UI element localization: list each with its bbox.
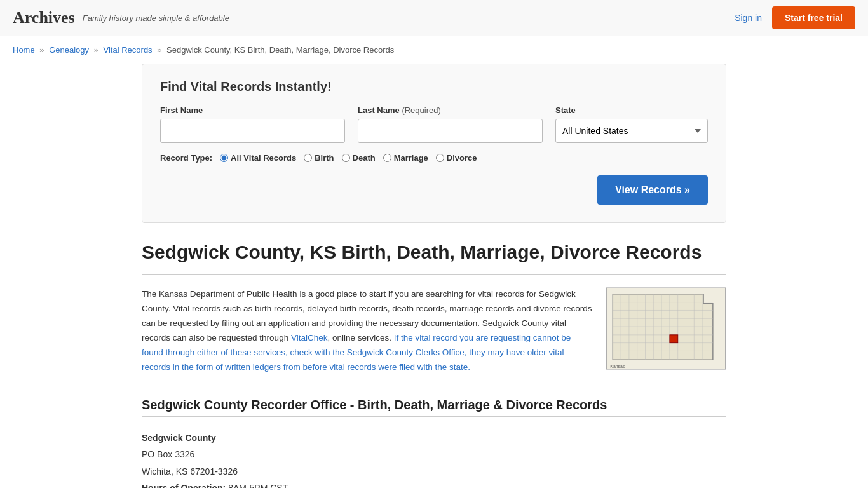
record-type-all-label: All Vital Records [231, 153, 296, 163]
office-address1: PO Box 3326 [142, 446, 726, 463]
first-name-input[interactable] [160, 119, 345, 143]
recorder-divider [142, 416, 726, 417]
hours-label: Hours of Operation: [142, 483, 226, 488]
sign-in-link[interactable]: Sign in [735, 13, 762, 23]
state-select[interactable]: All United States Alabama Alaska Arizona… [555, 119, 708, 143]
first-name-label: First Name [160, 105, 345, 115]
breadcrumb-genealogy[interactable]: Genealogy [49, 45, 89, 55]
page-title: Sedgwick County, KS Birth, Death, Marria… [142, 241, 726, 264]
record-type-marriage-label: Marriage [394, 153, 428, 163]
record-type-label: Record Type: [160, 153, 212, 163]
last-name-label: Last Name (Required) [358, 105, 543, 115]
last-name-input[interactable] [358, 119, 543, 143]
header-left: Archives Family history made simple & af… [13, 8, 229, 27]
vitalchek-link[interactable]: VitalChek [291, 333, 328, 342]
breadcrumb-current: Sedgwick County, KS Birth, Death, Marria… [166, 45, 394, 55]
header-right: Sign in Start free trial [735, 6, 855, 29]
breadcrumb-sep-2: » [94, 45, 98, 55]
kansas-map: Kansas [606, 287, 726, 370]
record-type-all-radio[interactable] [220, 154, 228, 162]
breadcrumb-vital-records[interactable]: Vital Records [104, 45, 153, 55]
record-type-birth-radio[interactable] [304, 154, 312, 162]
breadcrumb-home[interactable]: Home [13, 45, 35, 55]
search-form-title: Find Vital Records Instantly! [160, 79, 708, 94]
breadcrumb-sep-3: » [157, 45, 161, 55]
record-type-marriage-radio[interactable] [383, 154, 391, 162]
record-type-birth-label: Birth [315, 153, 334, 163]
breadcrumb: Home » Genealogy » Vital Records » Sedgw… [0, 36, 868, 64]
recorder-section: Sedgwick County Recorder Office - Birth,… [142, 398, 726, 488]
site-tagline: Family history made simple & affordable [83, 13, 229, 23]
record-type-all[interactable]: All Vital Records [220, 153, 296, 163]
record-type-death-radio[interactable] [342, 154, 350, 162]
title-divider [142, 274, 726, 274]
view-records-button[interactable]: View Records » [597, 175, 708, 205]
record-type-death[interactable]: Death [342, 153, 376, 163]
office-name: Sedgwick County [142, 433, 216, 443]
recorder-title: Sedgwick County Recorder Office - Birth,… [142, 398, 726, 412]
main-content: Find Vital Records Instantly! First Name… [129, 64, 739, 488]
record-type-divorce-label: Divorce [447, 153, 477, 163]
vital-record-link[interactable]: If the vital record you are requesting c… [142, 333, 571, 372]
start-trial-button[interactable]: Start free trial [772, 6, 855, 29]
record-type-row: Record Type: All Vital Records Birth Dea… [160, 153, 708, 163]
content-body: The Kansas Department of Public Health i… [142, 287, 593, 375]
breadcrumb-sep-1: » [39, 45, 44, 55]
search-form-box: Find Vital Records Instantly! First Name… [142, 64, 726, 223]
record-type-death-label: Death [353, 153, 376, 163]
hours-row: Hours of Operation: 8AM-5PM CST [142, 480, 726, 488]
hours-value: 8AM-5PM CST [228, 483, 288, 488]
map-container: Kansas [606, 287, 726, 375]
record-type-divorce[interactable]: Divorce [436, 153, 477, 163]
state-group: State All United States Alabama Alaska A… [555, 105, 708, 143]
office-address2: Wichita, KS 67201-3326 [142, 463, 726, 480]
last-name-group: Last Name (Required) [358, 105, 543, 143]
first-name-group: First Name [160, 105, 345, 143]
svg-text:Kansas: Kansas [610, 364, 625, 369]
state-label: State [555, 105, 708, 115]
record-type-birth[interactable]: Birth [304, 153, 334, 163]
content-section: The Kansas Department of Public Health i… [142, 287, 726, 375]
record-type-marriage[interactable]: Marriage [383, 153, 428, 163]
record-type-divorce-radio[interactable] [436, 154, 444, 162]
svg-rect-19 [670, 335, 678, 343]
body-paragraph: The Kansas Department of Public Health i… [142, 287, 593, 375]
form-actions: View Records » [160, 175, 708, 205]
site-logo: Archives [13, 8, 75, 27]
site-header: Archives Family history made simple & af… [0, 0, 868, 36]
search-form-row: First Name Last Name (Required) State Al… [160, 105, 708, 143]
office-info: Sedgwick County PO Box 3326 Wichita, KS … [142, 430, 726, 488]
